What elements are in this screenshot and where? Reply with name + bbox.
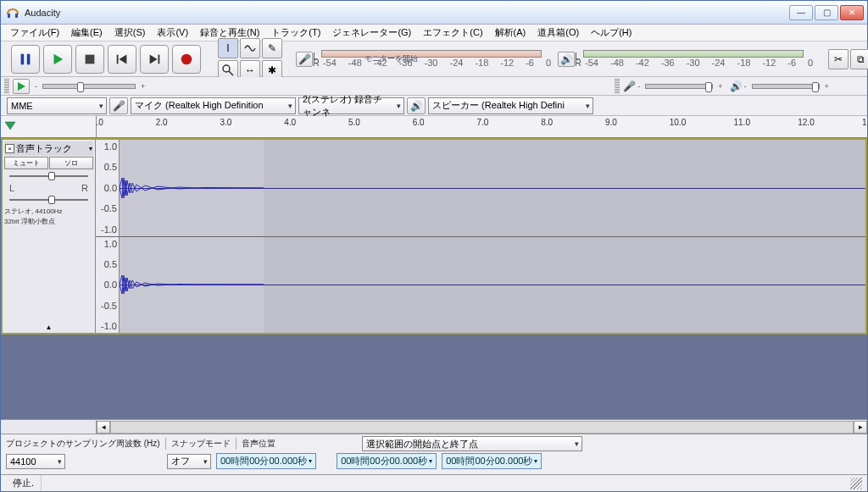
channel-right[interactable]: 1.00.50.0-0.5-1.0 — [96, 237, 865, 334]
svg-marker-4 — [54, 53, 64, 64]
horizontal-scrollbar: ◂ ▸ — [1, 419, 867, 434]
play-button[interactable] — [43, 45, 72, 74]
scroll-left-button[interactable]: ◂ — [97, 421, 110, 434]
recording-meter[interactable]: モニターを開始 — [321, 50, 542, 58]
menu-item[interactable]: 表示(V) — [151, 25, 194, 41]
menu-item[interactable]: ジェネレーター(G) — [326, 25, 417, 41]
menu-item[interactable]: ヘルプ(H) — [585, 25, 637, 41]
output-device-speaker-icon: 🔊 — [407, 97, 426, 114]
scroll-track[interactable] — [110, 421, 854, 434]
play-meter-speaker-icon[interactable]: 🔊 — [558, 52, 575, 67]
output-device-combo[interactable]: スピーカー (Realtek High Defini — [428, 97, 593, 114]
app-icon — [6, 6, 19, 19]
audio-host-combo[interactable]: MME — [7, 97, 107, 114]
pan-slider[interactable] — [9, 196, 88, 204]
channel-left[interactable]: 1.00.50.0-0.5-1.0 — [96, 140, 865, 237]
svg-marker-7 — [119, 54, 126, 64]
svg-rect-3 — [27, 53, 31, 64]
menubar: ファイル(F)編集(E)選択(S)表示(V)録音と再生(N)トラック(T)ジェネ… — [1, 25, 867, 41]
audio-position-label: 音声位置 — [242, 438, 275, 450]
tracks-area: × 音声トラック ▾ ミュート ソロ LR ステレオ, 44100Hz 32bi… — [1, 138, 867, 419]
snap-label: スナップモード — [171, 438, 231, 450]
svg-marker-9 — [150, 54, 158, 64]
menu-item[interactable]: 選択(S) — [108, 25, 152, 41]
menu-item[interactable]: 編集(E) — [65, 25, 108, 41]
svg-rect-5 — [86, 54, 95, 64]
input-device-mic-icon: 🎤 — [109, 97, 128, 114]
input-device-combo[interactable]: マイク (Realtek High Definition — [131, 97, 296, 114]
waveform-canvas[interactable] — [120, 140, 865, 236]
track-menu-button[interactable]: ▾ — [89, 145, 92, 152]
minimize-button[interactable]: — — [789, 5, 813, 20]
transport-controls — [8, 43, 204, 75]
main-toolbar: I ✎ ↔ ✱ 🎤 LR モニターを開始 -54-48-42-36-30-24-… — [1, 41, 867, 77]
resize-grip[interactable] — [850, 478, 862, 489]
audacity-window: Audacity — ▢ ✕ ファイル(F)編集(E)選択(S)表示(V)録音と… — [0, 0, 868, 492]
close-button[interactable]: ✕ — [840, 5, 864, 20]
track-name[interactable]: 音声トラック — [16, 142, 87, 155]
project-rate-combo[interactable]: 44100 — [6, 454, 65, 469]
timeline-ruler[interactable]: 1.02.03.04.05.06.07.08.09.010.011.012.01… — [1, 116, 867, 138]
svg-rect-0 — [8, 14, 10, 18]
skip-start-button[interactable] — [108, 45, 136, 74]
status-bar: 停止. — [1, 474, 867, 491]
stop-button[interactable] — [75, 45, 104, 74]
selection-start-field[interactable]: 00時間00分00.000秒▾ — [337, 453, 437, 469]
device-toolbar: MME 🎤 マイク (Realtek High Definition 2(ステレ… — [1, 96, 867, 116]
pause-button[interactable] — [11, 45, 40, 74]
gain-slider[interactable] — [9, 172, 88, 180]
track-control-panel: × 音声トラック ▾ ミュート ソロ LR ステレオ, 44100Hz 32bi… — [3, 140, 96, 333]
playback-speed-slider[interactable] — [42, 84, 136, 89]
audio-position-field[interactable]: 00時間00分00.000秒▾ — [216, 453, 316, 469]
track-collapse-button[interactable]: ▲ — [4, 323, 93, 331]
cut-button[interactable]: ✂ — [828, 49, 849, 69]
project-rate-label: プロジェクトのサンプリング周波数 (Hz) — [6, 438, 160, 450]
svg-rect-8 — [159, 54, 160, 64]
snap-combo[interactable]: オフ — [167, 454, 211, 469]
skip-end-button[interactable] — [140, 45, 169, 74]
solo-button[interactable]: ソロ — [49, 157, 93, 169]
scrub-toolbar: - + 🎤 - + 🔊 - + — [1, 77, 867, 96]
empty-track-area[interactable] — [1, 334, 867, 419]
record-button[interactable] — [172, 45, 201, 74]
svg-line-12 — [229, 71, 233, 75]
toolbar-grip[interactable] — [615, 79, 620, 94]
svg-point-10 — [181, 53, 192, 64]
selection-range-mode-combo[interactable]: 選択範囲の開始点と終了点 — [362, 436, 582, 451]
rec-meter-mic-icon[interactable]: 🎤 — [296, 52, 313, 67]
speaker-icon: 🔊 — [730, 80, 743, 92]
draw-tool[interactable]: ✎ — [262, 38, 282, 58]
play-at-speed-button[interactable] — [13, 79, 30, 94]
titlebar: Audacity — ▢ ✕ — [1, 1, 867, 25]
window-title: Audacity — [25, 8, 789, 18]
maximize-button[interactable]: ▢ — [815, 5, 838, 20]
mic-icon: 🎤 — [623, 80, 636, 92]
copy-button[interactable]: ⧉ — [850, 49, 868, 69]
mute-button[interactable]: ミュート — [4, 157, 48, 169]
track-format: ステレオ, 44100Hz — [4, 207, 93, 216]
playback-volume-slider[interactable] — [752, 84, 820, 89]
scroll-right-button[interactable]: ▸ — [854, 421, 867, 434]
menu-item[interactable]: 解析(A) — [489, 25, 532, 41]
edit-buttons: ✂ ⧉ 📋 ⇥⇤ ⎚ ↶ ↷ 🔍+ 🔍- ⇔ ⇕ ⤢ — [826, 47, 868, 71]
track-close-button[interactable]: × — [5, 144, 14, 153]
toolbar-grip[interactable] — [4, 79, 9, 94]
waveform-canvas[interactable] — [120, 237, 865, 334]
recording-volume-slider[interactable] — [645, 84, 713, 89]
menu-item[interactable]: 道具箱(O) — [531, 25, 585, 41]
track-waveforms: 1.00.50.0-0.5-1.0 1.00.50.0-0.5-1.0 — [96, 140, 865, 333]
envelope-tool[interactable] — [240, 38, 260, 58]
selection-tool[interactable]: I — [218, 38, 238, 58]
audio-track: × 音声トラック ▾ ミュート ソロ LR ステレオ, 44100Hz 32bi… — [1, 138, 867, 334]
menu-item[interactable]: ファイル(F) — [4, 25, 65, 41]
tools-grid: I ✎ ↔ ✱ — [216, 36, 284, 82]
status-text: 停止. — [6, 475, 42, 491]
input-channels-combo[interactable]: 2(ステレオ) 録音チャンネ — [298, 97, 404, 114]
selection-end-field[interactable]: 00時間00分00.000秒▾ — [442, 453, 542, 469]
svg-point-11 — [223, 65, 230, 72]
playhead-pin-icon[interactable] — [4, 121, 16, 133]
svg-marker-13 — [18, 82, 25, 91]
playback-meter[interactable] — [583, 50, 804, 58]
menu-item[interactable]: エフェクト(C) — [417, 25, 488, 41]
track-format2: 32bit 浮動小数点 — [4, 217, 93, 226]
